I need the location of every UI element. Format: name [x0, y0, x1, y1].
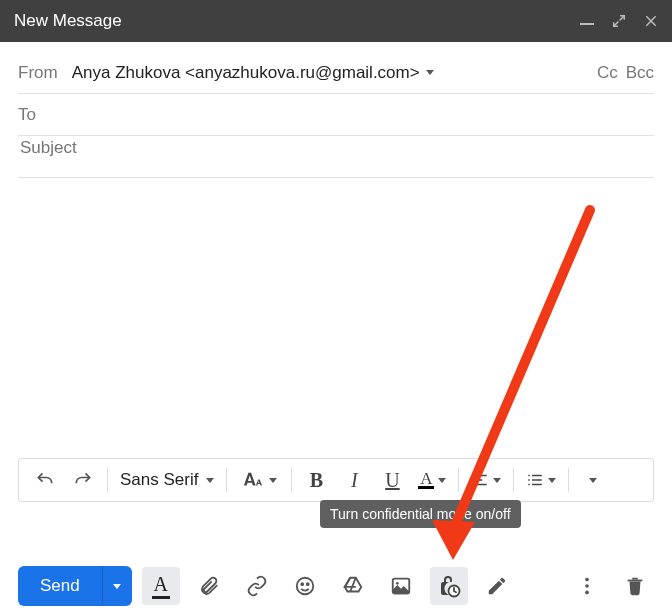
compose-fields: From Anya Zhukova <anyazhukova.ru@gmail.… [0, 42, 672, 458]
to-row[interactable]: To [18, 94, 654, 136]
chevron-down-icon [493, 478, 501, 483]
discard-draft-button[interactable] [616, 567, 654, 605]
from-label: From [18, 63, 58, 83]
formatting-A-glyph: A [153, 573, 167, 596]
image-icon [390, 575, 412, 597]
subject-row[interactable] [18, 136, 654, 178]
subject-input[interactable] [18, 137, 654, 159]
send-button-group: Send [18, 566, 132, 606]
bcc-button[interactable]: Bcc [626, 63, 654, 83]
insert-link-button[interactable] [238, 567, 276, 605]
bold-button[interactable]: B [298, 462, 334, 498]
compose-action-bar: Send A [0, 566, 672, 606]
svg-point-10 [585, 584, 589, 588]
from-value-container[interactable]: Anya Zhukova <anyazhukova.ru@gmail.com> [72, 63, 583, 83]
underline-button[interactable]: U [374, 462, 410, 498]
svg-point-3 [296, 578, 313, 595]
send-button[interactable]: Send [18, 566, 102, 606]
confidential-mode-button[interactable] [430, 567, 468, 605]
lock-clock-icon [437, 574, 461, 598]
from-row: From Anya Zhukova <anyazhukova.ru@gmail.… [18, 52, 654, 94]
font-family-select[interactable]: Sans Serif [114, 462, 220, 498]
compose-titlebar: New Message [0, 0, 672, 42]
minimize-icon[interactable] [580, 23, 594, 25]
undo-button[interactable] [27, 462, 63, 498]
formatting-toolbar: Sans Serif B I U A [18, 458, 654, 502]
more-vert-icon [576, 575, 598, 597]
chevron-down-icon [438, 478, 446, 483]
italic-button[interactable]: I [336, 462, 372, 498]
underline-bar [152, 596, 170, 599]
text-color-button[interactable]: A [412, 462, 452, 498]
svg-point-11 [585, 591, 589, 595]
chevron-down-icon [113, 584, 121, 589]
confidential-tooltip: Turn confidential mode on/off [320, 500, 521, 528]
chevron-down-icon [548, 478, 556, 483]
svg-point-4 [301, 583, 303, 585]
insert-signature-button[interactable] [478, 567, 516, 605]
font-size-button[interactable] [233, 462, 285, 498]
svg-point-9 [585, 578, 589, 582]
svg-point-5 [307, 583, 309, 585]
redo-button[interactable] [65, 462, 101, 498]
list-button[interactable] [520, 462, 562, 498]
to-label: To [18, 105, 36, 125]
close-icon[interactable] [644, 14, 658, 28]
expand-icon[interactable] [612, 14, 626, 28]
chevron-down-icon [206, 478, 214, 483]
insert-drive-button[interactable] [334, 567, 372, 605]
attach-file-button[interactable] [190, 567, 228, 605]
insert-photo-button[interactable] [382, 567, 420, 605]
from-address: Anya Zhukova <anyazhukova.ru@gmail.com> [72, 63, 420, 83]
send-options-button[interactable] [102, 566, 132, 606]
more-formatting-button[interactable] [575, 462, 611, 498]
drive-icon [342, 575, 364, 597]
font-family-label: Sans Serif [120, 470, 198, 490]
more-options-button[interactable] [568, 567, 606, 605]
pen-icon [486, 575, 508, 597]
svg-point-7 [396, 582, 399, 585]
link-icon [246, 575, 268, 597]
insert-emoji-button[interactable] [286, 567, 324, 605]
to-input[interactable] [50, 95, 654, 117]
message-body[interactable] [18, 178, 654, 458]
window-title: New Message [14, 11, 122, 31]
emoji-icon [294, 575, 316, 597]
chevron-down-icon [589, 478, 597, 483]
cc-button[interactable]: Cc [597, 63, 618, 83]
trash-icon [624, 575, 646, 597]
chevron-down-icon [269, 478, 277, 483]
chevron-down-icon [426, 70, 434, 75]
window-controls [580, 14, 658, 28]
formatting-options-button[interactable]: A [142, 567, 180, 605]
align-button[interactable] [465, 462, 507, 498]
paperclip-icon [198, 575, 220, 597]
